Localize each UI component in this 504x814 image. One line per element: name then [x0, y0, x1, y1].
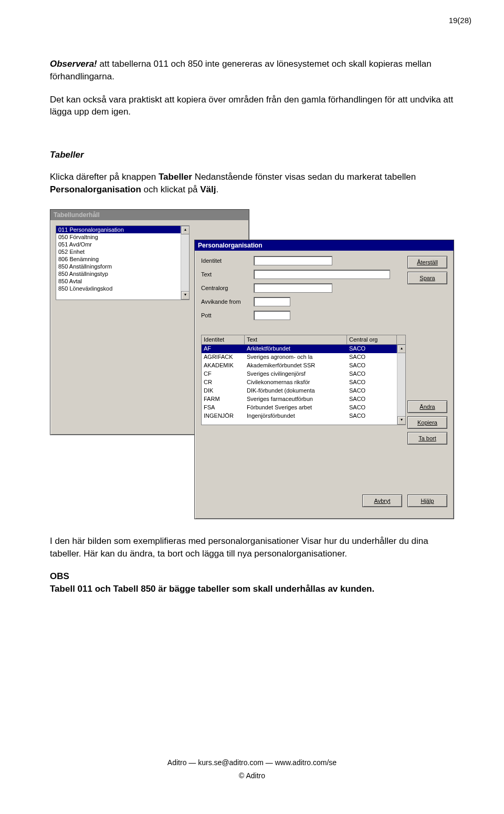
list-item[interactable]: 051 Avd/Omr	[56, 241, 189, 248]
tabort-button[interactable]: Ta bort	[407, 432, 447, 445]
table-row[interactable]: FSAFörbundet Sveriges arbetSACO	[202, 404, 405, 412]
input-identitet[interactable]	[254, 256, 332, 265]
list-item[interactable]: 011 Personalorganisation	[56, 226, 189, 233]
kopiera-button[interactable]: Kopiera	[407, 416, 447, 429]
table-row[interactable]: AFArkitektförbundetSACO	[202, 345, 405, 353]
grid-header: Identitet Text Central org	[202, 335, 405, 345]
table-row[interactable]: CFSveriges civilingenjörsfSACO	[202, 370, 405, 378]
andra-button[interactable]: Ändra	[407, 400, 447, 413]
input-avvikande-from[interactable]	[254, 297, 290, 306]
table-cell: DIK	[202, 387, 245, 395]
table-cell: SACO	[347, 378, 397, 387]
obs-paragraph: OBS Tabell 011 och Tabell 850 är bägge t…	[50, 570, 459, 595]
list-item[interactable]: 850 Avtal	[56, 277, 189, 285]
table-cell: CR	[202, 378, 245, 387]
table-row[interactable]: AKADEMIKAkademikerförbundet SSRSACO	[202, 362, 405, 370]
window-personalorganisation: Personalorganisation Identitet Text Cent…	[194, 240, 454, 519]
table-cell: INGENJÖR	[202, 412, 245, 420]
scroll-up-icon[interactable]: ▴	[181, 226, 190, 234]
table-cell: Sveriges farmaceutförbun	[245, 395, 347, 404]
table-cell: Arkitektförbundet	[245, 345, 347, 353]
sp-t3: och klickat på	[141, 184, 200, 194]
label-identitet: Identitet	[201, 257, 254, 264]
button-column-mid: Ändra Kopiera Ta bort	[407, 400, 447, 448]
sp-t4: .	[216, 184, 219, 194]
table-row[interactable]: DIKDIK-förbundet (dokumentaSACO	[202, 387, 405, 395]
table-cell: SACO	[347, 387, 397, 395]
table-cell: SACO	[347, 370, 397, 378]
spara-button[interactable]: Spara	[407, 272, 447, 284]
scrollbar-vertical[interactable]: ▴ ▾	[181, 226, 189, 300]
avbryt-button[interactable]: Avbryt	[362, 494, 402, 507]
intro-paragraph-2: Det kan också vara praktiskt att kopiera…	[50, 94, 459, 119]
footer-line1: Aditro — kurs.se@aditro.com — www.aditro…	[0, 756, 504, 769]
table-cell: Civilekonomernas riksför	[245, 378, 347, 387]
table-cell: Sveriges agronom- och la	[245, 353, 347, 362]
list-item[interactable]: 806 Benämning	[56, 255, 189, 263]
col-centralorg: Central org	[347, 335, 397, 344]
table-row[interactable]: INGENJÖRIngenjörsförbundetSACO	[202, 412, 405, 420]
table-cell: Akademikerförbundet SSR	[245, 362, 347, 370]
table-cell: AGRIFACK	[202, 353, 245, 362]
list-item[interactable]: 850 Löneväxlingskod	[56, 285, 189, 292]
list-item[interactable]: 050 Förvaltning	[56, 233, 189, 241]
table-cell: AKADEMIK	[202, 362, 245, 370]
table-cell: CF	[202, 370, 245, 378]
section-paragraph: Klicka därefter på knappen Tabeller Neda…	[50, 171, 459, 196]
list-item[interactable]: 850 Anställningstyp	[56, 270, 189, 277]
scroll-up-icon[interactable]: ▴	[397, 345, 406, 353]
table-cell: DIK-förbundet (dokumenta	[245, 387, 347, 395]
table-cell: SACO	[347, 412, 397, 420]
sp-b2: Personalorganisation	[50, 184, 141, 194]
page-number: 19(28)	[449, 16, 471, 25]
section-heading-tabeller: Tabeller	[50, 150, 459, 160]
table-cell: AF	[202, 345, 245, 353]
table-cell: Sveriges civilingenjörsf	[245, 370, 347, 378]
scrollbar-vertical[interactable]: ▴ ▾	[397, 345, 405, 425]
label-avvikande-from: Avvikande from	[201, 298, 254, 305]
screenshot-container: Tabellunderhåll 011 Personalorganisation…	[50, 209, 454, 519]
scroll-down-icon[interactable]: ▾	[181, 291, 190, 300]
list-item[interactable]: 052 Enhet	[56, 248, 189, 255]
table-cell: Ingenjörsförbundet	[245, 412, 347, 420]
input-centralorg[interactable]	[254, 283, 332, 293]
footer-line2: © Aditro	[0, 769, 504, 782]
label-pott: Pott	[201, 312, 254, 318]
intro-paragraph-1: Observera! att tabellerna 011 och 850 in…	[50, 58, 459, 83]
label-text: Text	[201, 271, 254, 277]
button-column-top: Återställ Spara	[407, 256, 447, 287]
sp-t1: Klicka därefter på knappen	[50, 172, 159, 182]
aterstall-button[interactable]: Återställ	[407, 256, 447, 269]
obs-label: OBS	[50, 571, 69, 581]
table-row[interactable]: FARMSveriges farmaceutförbunSACO	[202, 395, 405, 404]
after-paragraph-1: I den här bilden som exemplifieras med p…	[50, 535, 459, 560]
table-cell: SACO	[347, 362, 397, 370]
table-cell: SACO	[347, 404, 397, 412]
sp-b3: Välj	[200, 184, 216, 194]
button-row-bottom: Avbryt Hjälp	[362, 494, 447, 510]
table-row[interactable]: AGRIFACKSveriges agronom- och laSACO	[202, 353, 405, 362]
input-text[interactable]	[254, 270, 390, 279]
list-item[interactable]: 850 Anställningsform	[56, 263, 189, 270]
col-text: Text	[245, 335, 347, 344]
obs-text: Tabell 011 och Tabell 850 är bägge tabel…	[50, 584, 374, 594]
table-listbox[interactable]: 011 Personalorganisation 050 Förvaltning…	[56, 225, 190, 300]
table-cell: SACO	[347, 353, 397, 362]
table-cell: SACO	[347, 395, 397, 404]
page-footer: Aditro — kurs.se@aditro.com — www.aditro…	[0, 756, 504, 782]
sp-b1: Tabeller	[159, 172, 192, 182]
label-centralorg: Centralorg	[201, 285, 254, 291]
intro-p1-text: att tabellerna 011 och 850 inte generera…	[50, 59, 432, 81]
titlebar-tabellunderhall: Tabellunderhåll	[50, 210, 249, 220]
titlebar-personalorganisation: Personalorganisation	[195, 240, 454, 251]
table-cell: FSA	[202, 404, 245, 412]
input-pott[interactable]	[254, 311, 290, 320]
col-identitet: Identitet	[202, 335, 245, 344]
scroll-down-icon[interactable]: ▾	[397, 416, 406, 425]
form-area: Identitet Text Centralorg Avvikande from…	[201, 256, 403, 324]
table-cell: Förbundet Sveriges arbet	[245, 404, 347, 412]
data-grid[interactable]: Identitet Text Central org AFArkitektför…	[201, 335, 406, 425]
table-cell: FARM	[202, 395, 245, 404]
table-row[interactable]: CRCivilekonomernas riksförSACO	[202, 378, 405, 387]
hjalp-button[interactable]: Hjälp	[407, 494, 447, 507]
